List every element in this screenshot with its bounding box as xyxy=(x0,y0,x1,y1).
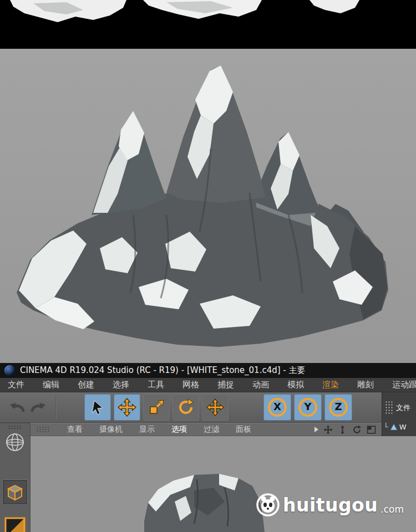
vp-menu-display[interactable]: 显示 xyxy=(139,424,155,434)
stone-model-viewport xyxy=(141,468,269,532)
redo-button[interactable] xyxy=(28,396,50,418)
toggle-view-icon[interactable] xyxy=(367,425,376,434)
vp-menu-cameras[interactable]: 摄像机 xyxy=(99,424,123,434)
move-tool[interactable] xyxy=(114,394,140,421)
menu-file[interactable]: 文件 xyxy=(8,380,24,390)
scale-tool[interactable] xyxy=(143,394,170,421)
x-axis-lock-button[interactable]: X xyxy=(263,394,291,421)
axis-modification-tool[interactable] xyxy=(202,394,229,421)
viewport-3d[interactable]: huitugou .com xyxy=(31,436,416,532)
undo-icon xyxy=(8,400,26,415)
texture-icon xyxy=(4,516,26,532)
object-manager-panel: 文件 └ W xyxy=(382,392,416,438)
model-mode-button[interactable] xyxy=(3,480,27,504)
viewport-menu-bar: 查看 摄像机 显示 选项 过滤 面板 xyxy=(31,423,382,436)
toolbar-separator xyxy=(55,395,57,420)
menu-select[interactable]: 选择 xyxy=(113,380,129,390)
cursor-arrow-icon xyxy=(89,399,106,416)
watermark: huitugou .com xyxy=(256,493,404,517)
vp-menu-panel[interactable]: 面板 xyxy=(236,424,251,434)
panel-grip-icon[interactable] xyxy=(385,401,393,415)
viewport-rotate-icon[interactable] xyxy=(352,425,362,434)
menu-tools[interactable]: 工具 xyxy=(148,380,164,390)
viewport-zoom-icon[interactable] xyxy=(338,425,347,434)
redo-icon xyxy=(30,400,48,415)
z-axis-lock-button[interactable]: Z xyxy=(324,394,352,421)
menu-animate[interactable]: 动画 xyxy=(252,380,269,390)
undo-button[interactable] xyxy=(6,396,28,418)
watermark-name: huitugou xyxy=(283,494,378,516)
menu-bar: 文件 编辑 创建 选择 工具 网格 捕捉 动画 模拟 渲染 雕刻 运动跟 xyxy=(0,378,416,392)
vp-menu-filter[interactable]: 过滤 xyxy=(204,424,219,434)
polygon-object-icon xyxy=(390,423,398,431)
chevron-right-icon[interactable] xyxy=(314,427,318,432)
menu-sculpt[interactable]: 雕刻 xyxy=(357,380,374,390)
vp-menu-options[interactable]: 选项 xyxy=(171,424,187,434)
texture-mode-button[interactable] xyxy=(3,515,27,532)
move-icon xyxy=(118,398,136,417)
y-axis-lock-button[interactable]: Y xyxy=(294,394,322,421)
live-selection-tool[interactable] xyxy=(84,394,111,421)
menu-create[interactable]: 创建 xyxy=(78,380,94,390)
object-name: W xyxy=(399,423,407,431)
palette-grip-icon[interactable] xyxy=(8,425,22,429)
watermark-tld: .com xyxy=(381,504,404,517)
cinema4d-logo-icon xyxy=(4,365,15,376)
window-title: CINEMA 4D R19.024 Studio (RC - R19) - [W… xyxy=(20,365,306,376)
y-axis-letter: Y xyxy=(294,401,322,412)
menu-mesh[interactable]: 网格 xyxy=(182,380,199,390)
tree-branch: └ xyxy=(384,423,388,431)
world-coordinates-button[interactable] xyxy=(3,430,27,454)
rotate-tool[interactable] xyxy=(173,394,199,421)
menu-snap[interactable]: 捕捉 xyxy=(217,380,234,390)
menu-edit[interactable]: 编辑 xyxy=(43,380,59,390)
vp-menu-view[interactable]: 查看 xyxy=(67,424,83,434)
main-toolbar: X Y Z xyxy=(0,392,416,423)
object-manager-header: 文件 xyxy=(382,392,416,423)
cube-icon xyxy=(4,481,26,503)
left-tool-palette xyxy=(0,423,31,532)
window-titlebar: CINEMA 4D R19.024 Studio (RC - R19) - [W… xyxy=(0,363,416,378)
object-row[interactable]: └ W xyxy=(382,423,416,431)
preview-render xyxy=(0,49,416,363)
z-axis-letter: Z xyxy=(324,401,352,412)
menu-motion-tracker[interactable]: 运动跟 xyxy=(392,380,416,390)
x-axis-letter: X xyxy=(263,401,291,412)
panda-logo-icon xyxy=(256,493,280,517)
axis-move-icon xyxy=(206,398,224,416)
menu-render[interactable]: 渲染 xyxy=(322,380,339,390)
thumbnail-fragments xyxy=(0,0,416,49)
globe-icon xyxy=(4,431,26,453)
rotate-icon xyxy=(177,398,195,416)
stone-model-render xyxy=(0,49,416,363)
viewport-grip-icon[interactable] xyxy=(36,426,50,433)
cropped-thumbnail-strip xyxy=(0,0,416,49)
scale-icon xyxy=(148,398,165,416)
menu-simulate[interactable]: 模拟 xyxy=(287,380,304,390)
object-manager-file-menu[interactable]: 文件 xyxy=(396,403,410,413)
viewport-pan-icon[interactable] xyxy=(323,425,333,434)
